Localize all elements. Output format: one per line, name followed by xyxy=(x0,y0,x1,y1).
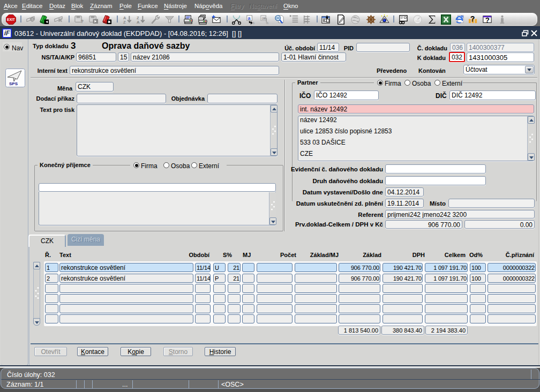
svg-text:?: ? xyxy=(80,18,84,24)
svg-text:SPS: SPS xyxy=(9,81,18,86)
svg-text:a: a xyxy=(252,20,255,25)
svg-text:Z: Z xyxy=(123,20,126,25)
svg-text:A: A xyxy=(137,20,140,25)
svg-text:1315: 1315 xyxy=(415,20,419,22)
svg-text:?: ? xyxy=(470,14,475,23)
svg-text:a: a xyxy=(266,20,269,25)
svg-text:?: ? xyxy=(485,16,490,24)
svg-text:a: a xyxy=(248,15,251,21)
svg-text:EXIT: EXIT xyxy=(7,18,15,21)
